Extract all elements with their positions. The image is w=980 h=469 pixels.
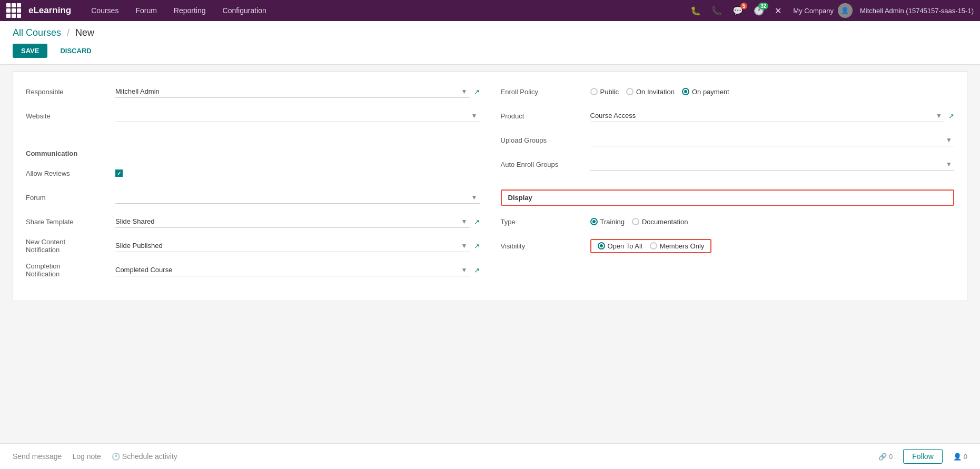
completion-select[interactable]: Completed Course [115,264,470,276]
bottom-right: 🔗 0 Follow 👤 0 [878,449,967,464]
username: Mitchell Admin (15745157-saas-15-1) [860,7,974,15]
enroll-public-radio[interactable] [590,88,598,95]
allow-reviews-checkbox[interactable] [115,169,123,177]
form-grid: Responsible Mitchell Admin ▼ ↗ Website [26,82,954,285]
enroll-invitation-radio[interactable] [626,88,633,95]
new-content-select[interactable]: Slide Published [115,240,470,252]
schedule-activity-action[interactable]: 🕐 Schedule activity [112,452,177,461]
auto-enroll-row: Auto Enroll Groups ▼ [501,155,955,174]
follow-button[interactable]: Follow [903,449,942,464]
product-row: Product Course Access ▼ ↗ [501,106,955,125]
visibility-open-option[interactable]: Open To All [598,242,642,250]
share-template-external-icon[interactable]: ↗ [474,218,480,226]
company-name: My Company [793,7,834,15]
breadcrumb-separator: / [67,27,70,38]
upload-groups-field: ▼ [590,134,955,146]
auto-enroll-select[interactable] [590,158,955,170]
completion-field: Completed Course ▼ ↗ [115,264,480,276]
enroll-payment-label: On payment [692,88,729,96]
enroll-payment-option[interactable]: On payment [682,88,729,96]
app-brand: eLearning [28,5,71,16]
type-label: Type [501,218,590,226]
clips-count: 🔗 0 [878,453,893,461]
activity-badge: 32 [758,3,768,9]
allow-reviews-row: Allow Reviews [26,164,480,183]
enroll-public-option[interactable]: Public [590,88,619,96]
chat-icon[interactable]: 💬 5 [729,4,746,18]
upload-groups-select[interactable] [590,134,955,146]
send-message-action[interactable]: Send message [13,452,62,461]
completion-external-icon[interactable]: ↗ [474,266,480,274]
upload-groups-label: Upload Groups [501,136,590,144]
website-select[interactable] [115,109,480,122]
page: All Courses / New SAVE DISCARD Responsib… [0,21,980,469]
top-navigation: eLearning Courses Forum Reporting Config… [0,0,980,21]
phone-icon[interactable]: 📞 [708,4,725,18]
nav-configuration[interactable]: Configuration [215,0,274,21]
close-icon[interactable]: ✕ [771,4,785,18]
breadcrumb: All Courses / New [13,27,967,38]
visibility-members-radio[interactable] [650,242,657,250]
website-select-wrap: ▼ [115,109,480,122]
responsible-row: Responsible Mitchell Admin ▼ ↗ [26,82,480,101]
share-template-select[interactable]: Slide Shared [115,215,470,227]
type-documentation-radio[interactable] [632,218,639,225]
product-select-wrap: Course Access ▼ [590,109,945,122]
followers-icon: 👤 [953,453,962,461]
enroll-invitation-option[interactable]: On Invitation [626,88,675,96]
discard-button[interactable]: DISCARD [52,44,100,58]
product-field: Course Access ▼ ↗ [590,109,955,122]
visibility-open-radio[interactable] [598,242,605,250]
form-area: Responsible Mitchell Admin ▼ ↗ Website [13,71,967,301]
product-select[interactable]: Course Access [590,109,945,122]
new-content-label: New Content Notification [26,238,115,254]
nav-courses[interactable]: Courses [84,0,126,21]
log-note-action[interactable]: Log note [72,452,101,461]
type-row: Type Training Documentation [501,212,955,231]
activity-icon[interactable]: 🕐 32 [750,4,767,18]
new-content-field: Slide Published ▼ ↗ [115,240,480,252]
save-button[interactable]: SAVE [13,44,47,58]
type-documentation-option[interactable]: Documentation [632,218,688,226]
breadcrumb-parent[interactable]: All Courses [13,27,61,38]
forum-field: ▼ [115,191,480,204]
form-left: Responsible Mitchell Admin ▼ ↗ Website [26,82,480,285]
forum-row: Forum ▼ [26,188,480,207]
responsible-select-wrap: Mitchell Admin ▼ [115,85,470,98]
visibility-members-option[interactable]: Members Only [650,242,705,250]
completion-label: Completion Notification [26,262,115,278]
visibility-box: Open To All Members Only [590,239,712,253]
nav-forum[interactable]: Forum [128,0,164,21]
forum-label: Forum [26,194,115,202]
website-row: Website ▼ [26,106,480,125]
bug-icon[interactable]: 🐛 [687,4,704,18]
type-training-option[interactable]: Training [590,218,625,226]
responsible-field: Mitchell Admin ▼ ↗ [115,85,480,98]
share-template-field: Slide Shared ▼ ↗ [115,215,480,228]
type-training-radio[interactable] [590,218,598,225]
allow-reviews-field [115,169,480,177]
visibility-members-label: Members Only [660,242,705,250]
schedule-icon: 🕐 [112,453,120,461]
nav-reporting[interactable]: Reporting [166,0,213,21]
clips-icon: 🔗 [878,453,887,461]
display-section-box: Display [501,189,955,206]
website-label: Website [26,112,115,120]
top-icon-bar: 🐛 📞 💬 5 🕐 32 ✕ My Company 👤 Mitchell Adm… [687,3,974,18]
forum-select-wrap: ▼ [115,191,480,204]
visibility-field: Open To All Members Only [590,239,955,253]
responsible-select[interactable]: Mitchell Admin [115,85,470,97]
product-external-icon[interactable]: ↗ [948,112,954,120]
responsible-external-icon[interactable]: ↗ [474,88,480,96]
new-content-external-icon[interactable]: ↗ [474,242,480,250]
enroll-payment-radio[interactable] [682,88,689,95]
allow-reviews-label: Allow Reviews [26,169,115,177]
completion-row: Completion Notification Completed Course… [26,261,480,280]
responsible-label: Responsible [26,88,115,96]
enroll-policy-label: Enroll Policy [501,88,590,96]
new-content-row: New Content Notification Slide Published… [26,236,480,255]
website-field: ▼ [115,109,480,122]
apps-grid-icon[interactable] [6,3,21,18]
forum-select[interactable] [115,191,480,203]
followers-count: 👤 0 [953,453,967,461]
